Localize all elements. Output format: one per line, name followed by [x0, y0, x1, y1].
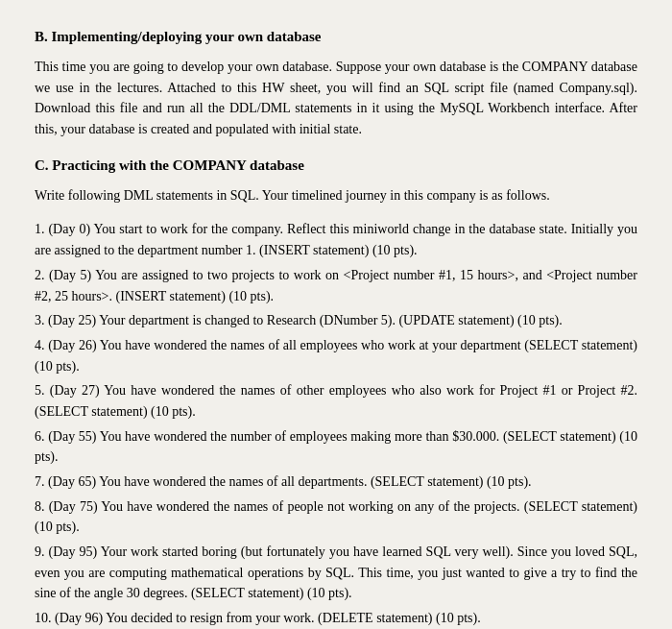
list-item: 2. (Day 5) You are assigned to two proje… [35, 265, 637, 306]
list-item: 1. (Day 0) You start to work for the com… [35, 219, 637, 260]
list-item: 8. (Day 75) You have wondered the names … [35, 496, 637, 538]
section-c-intro: Write following DML statements in SQL. Y… [35, 185, 637, 206]
section-b-heading: B. Implementing/deploying your own datab… [35, 27, 637, 47]
section-b-paragraph: This time you are going to develop your … [35, 57, 637, 140]
list-item: 5. (Day 27) You have wondered the names … [35, 380, 637, 422]
section-b: B. Implementing/deploying your own datab… [35, 27, 637, 140]
list-item: 9. (Day 95) Your work started boring (bu… [35, 542, 637, 604]
section-c: C. Practicing with the COMPANY database … [35, 156, 637, 629]
list-item: 3. (Day 25) Your department is changed t… [35, 310, 637, 331]
page-content: B. Implementing/deploying your own datab… [0, 0, 672, 629]
section-c-heading: C. Practicing with the COMPANY database [35, 156, 637, 176]
section-c-list: 1. (Day 0) You start to work for the com… [35, 219, 637, 628]
list-item: 7. (Day 65) You have wondered the names … [35, 472, 637, 493]
list-item: 4. (Day 26) You have wondered the names … [35, 335, 637, 376]
list-item: 10. (Day 96) You decided to resign from … [35, 608, 637, 629]
list-item: 6. (Day 55) You have wondered the number… [35, 426, 637, 468]
